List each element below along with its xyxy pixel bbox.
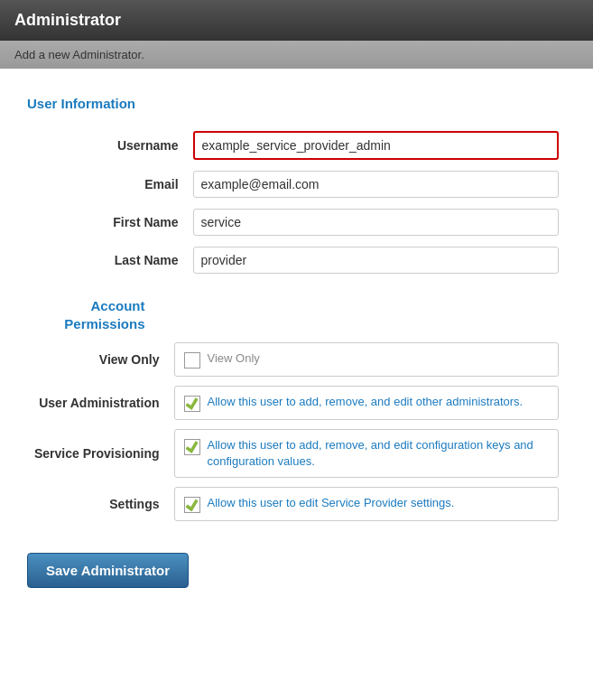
view-only-perm-cell: View Only (167, 338, 567, 381)
page-wrapper: Administrator Add a new Administrator. U… (0, 0, 593, 700)
user-admin-perm-cell: Allow this user to add, remove, and edit… (167, 381, 567, 425)
username-input[interactable] (193, 131, 559, 160)
settings-checkbox[interactable] (184, 497, 200, 513)
user-admin-permission-text: Allow this user to add, remove, and edit… (208, 394, 550, 410)
settings-checkbox-wrapper (184, 497, 200, 513)
view-only-permission-box[interactable]: View Only (174, 342, 560, 377)
username-input-cell (186, 126, 566, 165)
main-content: User Information Username Email First Na… (0, 69, 593, 615)
email-row: Email (27, 165, 566, 203)
user-admin-checkbox[interactable] (184, 396, 200, 412)
firstname-input[interactable] (193, 209, 559, 236)
page-header-title: Administrator (0, 0, 593, 41)
save-administrator-button[interactable]: Save Administrator (27, 553, 189, 588)
lastname-input-cell (186, 241, 566, 279)
email-label: Email (27, 165, 186, 203)
service-provisioning-label: Service Provisioning (27, 425, 167, 482)
account-permissions-label-cell: Account Permissions (27, 288, 167, 338)
user-admin-label: User Administration (27, 381, 167, 425)
user-admin-row: User Administration Allow this user to a… (27, 381, 566, 425)
service-provisioning-permission-box[interactable]: Allow this user to add, remove, and edit… (174, 429, 560, 478)
user-info-form: Username Email First Name Last Name (27, 126, 566, 279)
firstname-row: First Name (27, 203, 566, 241)
account-permissions-form: Account Permissions View Only View Only … (27, 288, 566, 526)
account-permissions-empty-cell (167, 288, 567, 338)
view-only-label: View Only (27, 338, 167, 381)
firstname-label: First Name (27, 203, 186, 241)
service-provisioning-permission-text: Allow this user to add, remove, and edit… (208, 437, 550, 470)
view-only-checkbox[interactable] (184, 352, 200, 369)
user-info-section-title: User Information (27, 96, 566, 111)
firstname-input-cell (186, 203, 566, 241)
email-input[interactable] (193, 171, 559, 198)
user-admin-permission-box[interactable]: Allow this user to add, remove, and edit… (174, 386, 560, 420)
service-provisioning-checkbox-wrapper (184, 439, 200, 455)
lastname-row: Last Name (27, 241, 566, 279)
view-only-permission-text: View Only (208, 350, 550, 367)
service-provisioning-checkbox[interactable] (184, 439, 200, 455)
view-only-row: View Only View Only (27, 338, 566, 381)
username-label: Username (27, 126, 186, 165)
account-permissions-header-row: Account Permissions (27, 288, 566, 338)
user-admin-checkbox-wrapper (184, 396, 200, 412)
settings-label: Settings (27, 482, 167, 526)
settings-permission-box[interactable]: Allow this user to edit Service Provider… (174, 487, 560, 521)
service-provisioning-row: Service Provisioning Allow this user to … (27, 425, 566, 482)
lastname-label: Last Name (27, 241, 186, 279)
view-only-checkbox-wrapper (184, 352, 200, 369)
settings-perm-cell: Allow this user to edit Service Provider… (167, 482, 567, 526)
lastname-input[interactable] (193, 247, 559, 274)
page-header-subtitle: Add a new Administrator. (0, 41, 593, 69)
account-permissions-section-title: Account Permissions (34, 294, 156, 332)
service-provisioning-perm-cell: Allow this user to add, remove, and edit… (167, 425, 567, 482)
settings-row: Settings Allow this user to edit Service… (27, 482, 566, 526)
username-row: Username (27, 126, 566, 165)
email-input-cell (186, 165, 566, 203)
settings-permission-text: Allow this user to edit Service Provider… (208, 495, 550, 511)
